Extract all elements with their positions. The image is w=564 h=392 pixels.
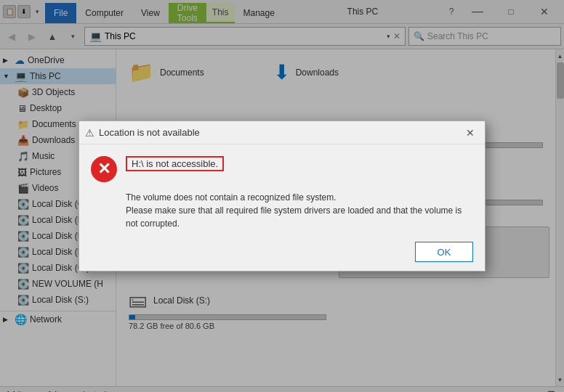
dialog-close-btn[interactable]: ✕ <box>462 124 479 142</box>
dialog-title: Location is not available <box>99 127 462 138</box>
error-main-text: H:\ is not accessible. <box>126 156 224 171</box>
dialog-footer: OK <box>79 236 485 271</box>
dialog-body: ✕ H:\ is not accessible. The volume does… <box>79 144 485 236</box>
error-dialog: ⚠ Location is not available ✕ ✕ H:\ is n… <box>78 121 486 271</box>
dialog-description: The volume does not contain a recognized… <box>126 191 473 230</box>
dialog-error-row: ✕ H:\ is not accessible. <box>91 156 473 182</box>
error-circle-icon: ✕ <box>91 156 117 182</box>
ok-button[interactable]: OK <box>415 242 473 262</box>
dialog-error-icon: ⚠ <box>85 127 94 139</box>
dialog-title-bar: ⚠ Location is not available ✕ <box>79 121 485 144</box>
dialog-overlay: ⚠ Location is not available ✕ ✕ H:\ is n… <box>0 0 564 392</box>
